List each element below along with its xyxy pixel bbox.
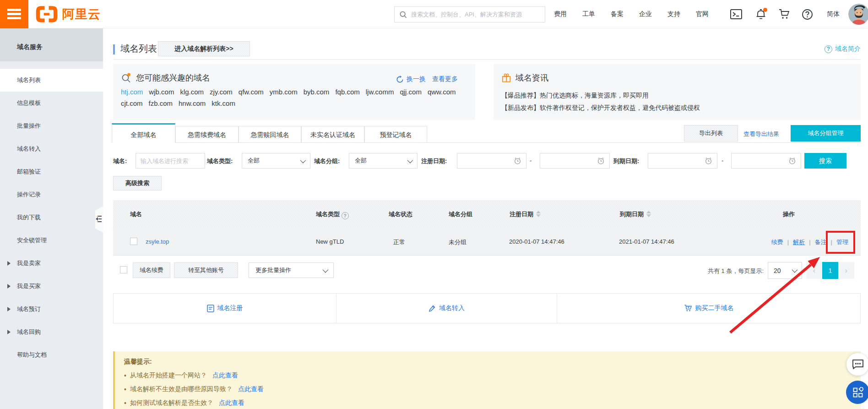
- batch-transfer-button[interactable]: 转至其他账号: [174, 262, 238, 278]
- notice-link[interactable]: 点此查看: [238, 385, 264, 393]
- next-page-button[interactable]: [838, 262, 854, 279]
- refresh-domains-link[interactable]: 换一换: [407, 75, 426, 83]
- sidebar-item-my-downloads[interactable]: 我的下载: [0, 206, 103, 229]
- reg-date-start-input[interactable]: [457, 153, 526, 169]
- export-list-button[interactable]: 导出列表: [684, 125, 738, 142]
- topbar-link-billing[interactable]: 费用: [554, 10, 567, 18]
- topbar-link-website[interactable]: 官网: [696, 10, 709, 18]
- sidebar-item-domain-buyback[interactable]: 域名回购: [0, 321, 103, 344]
- cart-button[interactable]: [778, 0, 790, 28]
- column-expire-date[interactable]: 到期日期: [620, 210, 651, 218]
- avatar[interactable]: [848, 4, 868, 25]
- enter-dns-list-button[interactable]: 进入域名解析列表>>: [158, 41, 250, 56]
- column-reg-date[interactable]: 注册日期: [510, 210, 541, 218]
- suggested-domain[interactable]: ymb.com: [270, 88, 298, 96]
- hamburger-menu-button[interactable]: [0, 0, 28, 28]
- news-item[interactable]: 【爆品推荐】热门优选商标，海量资源库，即买即用: [501, 92, 649, 100]
- notice-link[interactable]: 点此查看: [212, 371, 238, 380]
- language-switch[interactable]: 简体: [827, 0, 840, 28]
- sidebar-item-domain-preorder[interactable]: 域名预订: [0, 298, 103, 321]
- help-button[interactable]: [802, 0, 813, 28]
- pagination: 1: [806, 262, 854, 279]
- cell-domain[interactable]: zsyle.top: [146, 238, 169, 245]
- expire-date-end-input[interactable]: [731, 153, 801, 169]
- interesting-domains-panel: 您可能感兴趣的域名 换一换 查看更多 htj.com wjb.com klg.c…: [113, 64, 475, 120]
- sidebar-item-batch-operation[interactable]: 批量操作: [0, 115, 103, 137]
- topbar-link-enterprise[interactable]: 企业: [639, 10, 652, 18]
- suggested-domain[interactable]: ljw.comm: [366, 88, 394, 96]
- sidebar-item-domain-transfer-in[interactable]: 域名转入: [0, 137, 103, 160]
- suggested-domain[interactable]: wjb.com: [149, 88, 174, 96]
- cell-expire-date: 2021-01-07 14:47:46: [619, 238, 674, 245]
- sidebar-collapse-handle[interactable]: [95, 206, 103, 233]
- sidebar-item-email-verify[interactable]: 邮箱验证: [0, 160, 103, 183]
- search-button[interactable]: 搜索: [804, 153, 846, 169]
- prev-page-button[interactable]: [806, 262, 822, 279]
- view-more-domains-link[interactable]: 查看更多: [432, 75, 458, 83]
- quick-link-domain-transfer[interactable]: 域名转入: [336, 294, 557, 323]
- suggested-domain[interactable]: zjy.com: [210, 88, 233, 96]
- suggested-domain[interactable]: qfw.com: [239, 88, 264, 96]
- cloudshell-button[interactable]: [730, 0, 742, 28]
- suggested-domain[interactable]: qjj.com: [400, 88, 422, 96]
- tab-not-verified[interactable]: 未实名认证域名: [301, 126, 364, 143]
- topbar-link-tickets[interactable]: 工单: [582, 10, 595, 18]
- sidebar-item-help-docs[interactable]: 帮助与文档: [0, 344, 103, 366]
- pencil-icon: [429, 305, 436, 312]
- suggested-domain[interactable]: hnw.com: [179, 99, 206, 107]
- global-search-input[interactable]: [411, 11, 539, 18]
- view-export-result-link[interactable]: 查看导出结果: [743, 130, 779, 138]
- notice-link[interactable]: 点此查看: [219, 399, 244, 407]
- notifications-button[interactable]: [755, 0, 766, 28]
- column-domain-group: 域名分组: [449, 210, 472, 218]
- suggested-domain[interactable]: cjt.com: [121, 99, 143, 107]
- expire-date-start-input[interactable]: [648, 153, 717, 169]
- sidebar-item-domain-list[interactable]: 域名列表: [0, 69, 103, 92]
- sort-icon[interactable]: [536, 211, 541, 217]
- quick-link-domain-register[interactable]: 域名注册: [114, 294, 336, 323]
- aliyun-logo[interactable]: 阿里云: [35, 0, 101, 28]
- sidebar-item-buyer[interactable]: 我是买家: [0, 275, 103, 298]
- suggested-domain[interactable]: klg.com: [180, 88, 204, 96]
- tab-redeem-soon[interactable]: 急需赎回域名: [239, 126, 301, 143]
- filter-domain-input[interactable]: [136, 153, 205, 168]
- suggested-domain[interactable]: fzb.com: [149, 99, 173, 107]
- reg-date-end-input[interactable]: [540, 153, 610, 169]
- tab-renew-soon[interactable]: 急需续费域名: [175, 126, 239, 143]
- quick-link-buy-secondhand-domain[interactable]: 购买二手域名: [557, 294, 860, 323]
- sort-icon[interactable]: [646, 211, 651, 217]
- page-number-current[interactable]: 1: [822, 262, 838, 279]
- more-batch-operations-select[interactable]: 更多批量操作: [249, 262, 334, 278]
- domain-group-manage-button[interactable]: 域名分组管理: [791, 125, 861, 142]
- sidebar-item-operation-log[interactable]: 操作记录: [0, 183, 103, 206]
- sidebar-item-info-template[interactable]: 信息模板: [0, 92, 103, 115]
- global-search-box[interactable]: [394, 6, 545, 22]
- suggested-domain[interactable]: fqb.com: [335, 88, 359, 96]
- domain-intro-link[interactable]: 域名简介: [825, 45, 861, 53]
- filter-group-select[interactable]: 全部: [349, 153, 418, 169]
- suggested-domain[interactable]: qww.com: [428, 88, 456, 96]
- suggested-domain[interactable]: ktk.com: [212, 99, 235, 107]
- action-renew[interactable]: 续费: [771, 239, 783, 245]
- app-grid-button[interactable]: [846, 381, 868, 404]
- tab-all-domains[interactable]: 全部域名: [112, 123, 175, 143]
- topbar-link-support[interactable]: 支持: [667, 10, 680, 18]
- topbar-link-icp[interactable]: 备案: [611, 10, 624, 18]
- advanced-search-button[interactable]: 高级搜索: [113, 176, 162, 191]
- news-item[interactable]: 【新品发布】软件著作权登记，保护开发者权益，避免代码被盗或侵权: [501, 104, 700, 112]
- page-size-select[interactable]: 20: [768, 262, 802, 279]
- select-all-checkbox[interactable]: [120, 266, 127, 273]
- question-circle-icon[interactable]: [342, 212, 349, 219]
- batch-renew-button[interactable]: 域名续费: [133, 262, 170, 278]
- suggested-domain[interactable]: byb.com: [304, 88, 330, 96]
- sidebar-item-security-lock[interactable]: 安全锁管理: [0, 229, 103, 252]
- feedback-chat-button[interactable]: [846, 353, 868, 376]
- row-checkbox[interactable]: [130, 238, 137, 245]
- filter-type-select[interactable]: 全部: [242, 153, 310, 169]
- action-resolve[interactable]: 解析: [793, 239, 805, 245]
- action-remark[interactable]: 备注: [815, 239, 827, 245]
- tab-preregister[interactable]: 预登记域名: [364, 126, 427, 143]
- chevron-right-icon: [7, 284, 11, 289]
- suggested-domain[interactable]: htj.com: [121, 88, 143, 96]
- sidebar-item-seller[interactable]: 我是卖家: [0, 252, 103, 275]
